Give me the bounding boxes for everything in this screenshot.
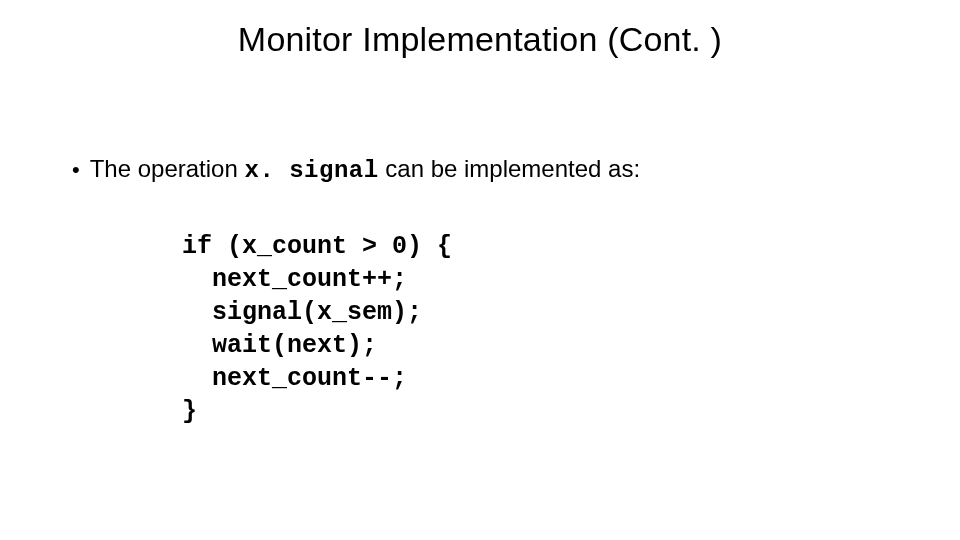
code-block: if (x_count > 0) { next_count++; signal(… (182, 230, 900, 428)
slide-title: Monitor Implementation (Cont. ) (150, 20, 810, 59)
bullet-text-code: x. signal (244, 157, 378, 184)
slide: Monitor Implementation (Cont. ) • The op… (0, 0, 960, 540)
bullet-text-pre: The operation (90, 155, 245, 182)
bullet-item: • The operation x. signal can be impleme… (70, 155, 900, 184)
bullet-text-post: can be implemented as: (379, 155, 640, 182)
bullet-dot-icon: • (72, 159, 80, 181)
slide-body: • The operation x. signal can be impleme… (70, 155, 900, 428)
bullet-text: The operation x. signal can be implement… (90, 155, 640, 184)
